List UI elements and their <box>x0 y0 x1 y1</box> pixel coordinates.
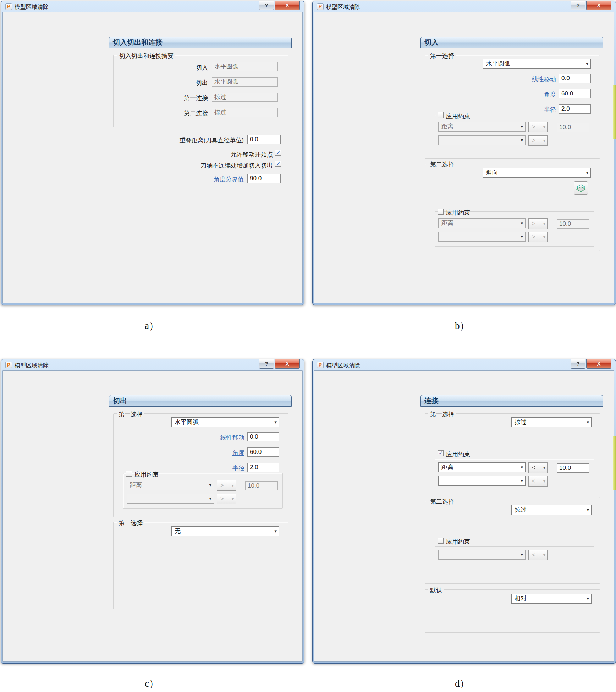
constraint-value-input[interactable]: 10.0 <box>245 481 278 490</box>
second-choice-dropdown[interactable]: 斜向 ▾ <box>483 168 591 178</box>
chevron-down-icon: ▾ <box>543 232 545 242</box>
linear-move-input[interactable]: 0.0 <box>559 74 591 83</box>
dropdown-value: 距离 <box>439 463 518 472</box>
linear-move-input[interactable]: 0.0 <box>247 432 279 441</box>
allow-start-point-move-checkbox[interactable] <box>275 150 281 156</box>
overlap-distance-input[interactable]: 0.0 <box>247 135 281 144</box>
app-logo-icon: P <box>317 362 324 368</box>
background-sliver <box>613 85 616 139</box>
linear-move-link[interactable]: 线性移动 <box>486 75 556 83</box>
dropdown-value: 水平圆弧 <box>172 418 272 427</box>
dropdown-value: 斜向 <box>483 168 583 177</box>
title-bar: P模型区域清除?X <box>313 1 616 12</box>
constraint-operator-dropdown-2[interactable]: > ▾ <box>528 135 548 146</box>
constraint-type-dropdown-3[interactable]: 距离 ▾ <box>438 218 526 228</box>
first-choice-dropdown[interactable]: 水平圆弧 ▾ <box>171 417 279 427</box>
constraint-type-dropdown[interactable]: 距离 ▾ <box>127 480 214 490</box>
app-logo-icon: P <box>5 3 12 10</box>
constraint-value-input[interactable]: 10.0 <box>557 123 589 132</box>
apply-constraint-checkbox-2[interactable] <box>438 538 444 544</box>
second-choice-dropdown[interactable]: 无 ▾ <box>171 526 279 536</box>
lead-out-summary-value: 水平圆弧 <box>212 77 278 87</box>
help-button[interactable]: ? <box>259 1 274 10</box>
window-title: 模型区域清除 <box>15 4 49 11</box>
close-button[interactable]: X <box>275 359 300 369</box>
constraint-type-dropdown-2[interactable]: ▾ <box>438 135 526 145</box>
ramp-options-button[interactable] <box>574 181 588 195</box>
title-bar: P模型区域清除?X <box>313 359 616 370</box>
operator-symbol: < <box>529 550 539 560</box>
apply-constraint-checkbox[interactable] <box>438 450 444 456</box>
angle-threshold-input[interactable]: 90.0 <box>247 174 281 183</box>
help-button[interactable]: ? <box>571 359 585 369</box>
second-choice-title: 第二选择 <box>428 160 456 169</box>
angle-input[interactable]: 60.0 <box>247 447 279 457</box>
constraint-operator-dropdown-2[interactable]: > ▾ <box>217 494 236 504</box>
constraint-operator-dropdown-4[interactable]: > ▾ <box>528 232 548 242</box>
ramp-icon <box>576 184 586 192</box>
first-choice-dropdown[interactable]: 掠过 ▾ <box>511 417 592 427</box>
angle-input[interactable]: 60.0 <box>559 89 591 98</box>
chevron-down-icon: ▾ <box>521 463 523 472</box>
constraint-operator-dropdown[interactable]: > ▾ <box>217 480 236 491</box>
constraint-operator-dropdown-2[interactable]: < ▾ <box>528 476 548 487</box>
apply-constraint-checkbox[interactable] <box>438 112 444 118</box>
lead-in-summary-value: 水平圆弧 <box>212 62 278 71</box>
default-group-title: 默认 <box>428 586 444 594</box>
first-choice-dropdown[interactable]: 水平圆弧 ▾ <box>483 59 591 69</box>
figure-caption-a: a） <box>145 319 159 332</box>
constraint-operator-dropdown-3[interactable]: > ▾ <box>528 218 548 229</box>
operator-symbol: > <box>217 480 227 490</box>
radius-link[interactable]: 半径 <box>486 106 556 114</box>
dropdown-value: 距离 <box>127 480 207 490</box>
add-leads-at-discontinuities-checkbox[interactable] <box>275 161 281 167</box>
apply-constraint-checkbox[interactable] <box>126 471 132 477</box>
close-button[interactable]: X <box>275 1 300 10</box>
linear-move-link[interactable]: 线性移动 <box>174 434 244 442</box>
close-button[interactable]: X <box>586 1 611 10</box>
second-choice-dropdown[interactable]: 掠过 ▾ <box>511 505 592 515</box>
dropdown-value: 距离 <box>439 122 518 131</box>
radius-input[interactable]: 2.0 <box>247 463 279 472</box>
constraint-operator-dropdown[interactable]: > ▾ <box>528 122 548 132</box>
apply-constraint-checkbox-2[interactable] <box>438 209 444 215</box>
constraint-type-dropdown[interactable]: 距离 ▾ <box>438 462 526 472</box>
constraint-type-dropdown-3[interactable]: ▾ <box>438 550 526 560</box>
angle-link[interactable]: 角度 <box>486 90 556 99</box>
default-link-dropdown[interactable]: 相对 ▾ <box>511 594 592 604</box>
summary-group-title: 切入切出和连接摘要 <box>117 52 175 60</box>
first-choice-title: 第一选择 <box>428 52 456 60</box>
operator-symbol: > <box>529 219 539 229</box>
first-link-label: 第一连接 <box>118 94 208 102</box>
operator-symbol: < <box>529 463 539 473</box>
constraint-type-dropdown-2[interactable]: ▾ <box>127 494 214 504</box>
operator-symbol: > <box>217 494 227 504</box>
chevron-down-icon: ▾ <box>543 122 545 132</box>
chevron-down-icon: ▾ <box>587 505 589 515</box>
radius-link[interactable]: 半径 <box>174 464 244 472</box>
window-title: 模型区域清除 <box>326 362 360 369</box>
constraint-operator-dropdown-3[interactable]: < ▾ <box>528 550 548 560</box>
dropdown-value: 掠过 <box>512 505 584 515</box>
help-button[interactable]: ? <box>571 1 585 10</box>
dialog-links: 取消确定队列计算过切检查工作平面毛坯刀具机床剪裁+模型区域清除刀具补偿点分布刀轴… <box>312 359 616 664</box>
constraint-type-dropdown-2[interactable]: ▾ <box>438 476 526 486</box>
chevron-down-icon: ▾ <box>587 594 589 603</box>
angle-link[interactable]: 角度 <box>174 449 244 457</box>
panel-header: 切入切出和连接 <box>109 37 292 48</box>
chevron-down-icon: ▾ <box>521 122 523 131</box>
help-button[interactable]: ? <box>259 359 274 369</box>
constraint-value-input-2[interactable]: 10.0 <box>557 219 589 229</box>
panel-header: 切入 <box>420 37 603 48</box>
operator-symbol: > <box>529 122 539 132</box>
chevron-down-icon: ▾ <box>232 494 234 504</box>
angle-threshold-link[interactable]: 角度分界值 <box>174 175 244 183</box>
dialog-leads-and-links: 取消确定队列计算过切检查工作平面毛坯刀具机床剪裁+模型区域清除刀具补偿点分布刀轴… <box>1 1 304 305</box>
figure-caption-c: c） <box>145 677 159 690</box>
constraint-type-dropdown[interactable]: 距离 ▾ <box>438 122 526 132</box>
constraint-operator-dropdown[interactable]: < ▾ <box>528 462 548 473</box>
constraint-type-dropdown-4[interactable]: ▾ <box>438 232 526 242</box>
radius-input[interactable]: 2.0 <box>559 104 591 114</box>
constraint-value-input[interactable]: 10.0 <box>557 463 589 473</box>
close-button[interactable]: X <box>586 359 611 369</box>
